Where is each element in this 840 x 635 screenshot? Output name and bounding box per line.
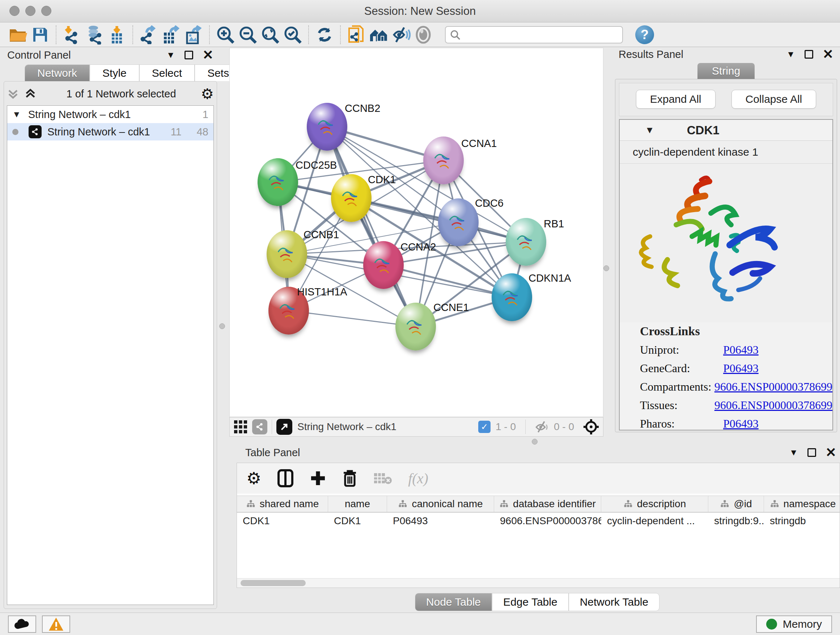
network-node-CCNA1[interactable] bbox=[423, 136, 464, 184]
column-header-name[interactable]: name bbox=[328, 496, 387, 512]
tab-network-table[interactable]: Network Table bbox=[569, 593, 660, 611]
memory-button[interactable]: Memory bbox=[756, 616, 832, 633]
export-table-button[interactable] bbox=[160, 25, 182, 45]
crosslink-link[interactable]: 9606.ENSP00000378699 bbox=[714, 380, 832, 394]
table-row[interactable]: CDK1CDK1P064939606.ENSP00000378699cyclin… bbox=[237, 513, 840, 529]
collapse-all-networks-icon[interactable] bbox=[24, 88, 36, 100]
maximize-panel-icon[interactable] bbox=[807, 448, 816, 457]
network-options-gear-icon[interactable]: ⚙ bbox=[201, 87, 214, 101]
network-node-CCNB2[interactable] bbox=[307, 103, 347, 150]
table-cell[interactable]: stringdb:9... bbox=[708, 513, 764, 529]
left-splitter-handle[interactable] bbox=[219, 323, 225, 329]
close-panel-icon[interactable]: ✕ bbox=[823, 50, 834, 59]
gene-collapse-icon[interactable]: ▼ bbox=[645, 125, 654, 136]
save-icon bbox=[32, 27, 49, 43]
share-document-button[interactable] bbox=[345, 25, 368, 45]
close-panel-icon[interactable]: ✕ bbox=[202, 51, 213, 59]
close-panel-icon[interactable]: ✕ bbox=[826, 448, 836, 457]
export-image-button[interactable] bbox=[182, 25, 205, 45]
zoom-out-button[interactable] bbox=[237, 25, 259, 45]
bottom-splitter-handle[interactable] bbox=[532, 439, 538, 445]
delete-column-trash-icon[interactable] bbox=[342, 469, 357, 487]
expand-all-button[interactable]: Expand All bbox=[636, 90, 715, 109]
tab-style[interactable]: Style bbox=[90, 65, 139, 81]
column-header--id[interactable]: @id bbox=[708, 496, 764, 512]
cloud-icon bbox=[14, 618, 30, 630]
node-table-grid: shared namenamecanonical namedatabase id… bbox=[237, 496, 840, 587]
network-node-CCNA2[interactable] bbox=[363, 241, 404, 289]
network-node-CDK1[interactable] bbox=[331, 174, 371, 222]
collection-expand-icon[interactable]: ▼ bbox=[12, 109, 21, 119]
crosslink-link[interactable]: 9606.ENSP00000378699 bbox=[714, 399, 832, 412]
create-column-plus-icon[interactable] bbox=[309, 470, 326, 486]
cloud-status-button[interactable] bbox=[8, 616, 36, 633]
refresh-button[interactable] bbox=[313, 25, 336, 45]
network-view-canvas[interactable]: CCNB2CCNA1CDC25BCDK1CDC6RB1CCNB1CCNA2CDK… bbox=[229, 48, 603, 417]
network-node-CCNE1[interactable] bbox=[395, 302, 436, 350]
table-options-gear-icon[interactable]: ⚙ bbox=[246, 471, 261, 486]
search-input[interactable] bbox=[445, 26, 623, 43]
tab-select[interactable]: Select bbox=[139, 65, 195, 81]
column-header-shared-name[interactable]: shared name bbox=[237, 496, 328, 512]
render-detail-button[interactable] bbox=[412, 25, 435, 45]
crosslink-link[interactable]: P06493 bbox=[723, 343, 759, 356]
expand-all-networks-icon[interactable] bbox=[7, 88, 19, 100]
table-horizontal-scrollbar[interactable] bbox=[237, 578, 840, 587]
tab-edge-table[interactable]: Edge Table bbox=[492, 593, 569, 611]
close-window-button[interactable] bbox=[9, 6, 19, 16]
column-header-canonical-name[interactable]: canonical name bbox=[387, 496, 494, 512]
network-node-CDC25B[interactable] bbox=[257, 158, 298, 206]
hide-glass-button[interactable] bbox=[390, 25, 412, 45]
import-network-from-database-button[interactable] bbox=[83, 25, 106, 45]
import-table-button[interactable] bbox=[106, 25, 128, 45]
table-cell[interactable]: stringdb bbox=[764, 513, 840, 529]
zoom-selected-button[interactable] bbox=[281, 25, 304, 45]
grid-view-icon[interactable] bbox=[233, 420, 248, 434]
help-button[interactable]: ? bbox=[635, 25, 654, 44]
selected-checkbox-icon[interactable]: ✓ bbox=[478, 421, 491, 433]
string-home-button[interactable] bbox=[368, 25, 390, 45]
network-row[interactable]: String Network – cdk1 11 48 bbox=[7, 123, 213, 141]
zoom-in-button[interactable] bbox=[214, 25, 237, 45]
right-splitter-handle[interactable] bbox=[603, 265, 609, 271]
tab-string[interactable]: String bbox=[698, 63, 755, 79]
save-session-button[interactable] bbox=[29, 25, 51, 45]
zoom-window-button[interactable] bbox=[41, 6, 51, 16]
table-cell[interactable]: CDK1 bbox=[237, 513, 328, 529]
table-cell[interactable]: CDK1 bbox=[328, 513, 387, 529]
zoom-fit-button[interactable] bbox=[259, 25, 281, 45]
column-header-database-identifier[interactable]: database identifier bbox=[494, 496, 601, 512]
minimize-window-button[interactable] bbox=[25, 6, 35, 16]
column-header-namespace[interactable]: namespace bbox=[764, 496, 840, 512]
network-tree: ▼ String Network – cdk1 1 String Networ bbox=[7, 105, 214, 605]
float-panel-icon[interactable]: ▼ bbox=[166, 50, 175, 60]
float-panel-icon[interactable]: ▼ bbox=[786, 49, 795, 59]
string-view-icon[interactable] bbox=[252, 419, 267, 434]
maximize-panel-icon[interactable] bbox=[805, 50, 813, 59]
open-session-button[interactable] bbox=[6, 25, 29, 45]
tab-node-table[interactable]: Node Table bbox=[415, 593, 492, 611]
table-cell[interactable]: P06493 bbox=[387, 513, 494, 529]
network-node-CCNB1[interactable] bbox=[267, 230, 307, 278]
import-network-button[interactable] bbox=[61, 25, 83, 45]
show-columns-icon[interactable] bbox=[277, 469, 294, 488]
network-collection-row[interactable]: ▼ String Network – cdk1 1 bbox=[7, 106, 213, 123]
export-network-button[interactable] bbox=[137, 25, 160, 45]
table-cell[interactable]: 9606.ENSP00000378699 bbox=[494, 513, 601, 529]
maximize-panel-icon[interactable] bbox=[185, 51, 193, 59]
network-node-CDKN1A[interactable] bbox=[492, 273, 532, 321]
float-panel-icon[interactable]: ▼ bbox=[789, 448, 798, 458]
scrollbar-thumb[interactable] bbox=[240, 580, 306, 586]
crosslink-link[interactable]: P06493 bbox=[723, 417, 759, 431]
tab-network[interactable]: Network bbox=[25, 65, 90, 81]
table-cell[interactable]: cyclin-dependent ... bbox=[601, 513, 708, 529]
crosslink-link[interactable]: P06493 bbox=[723, 362, 759, 375]
column-header-description[interactable]: description bbox=[601, 496, 708, 512]
warnings-button[interactable] bbox=[42, 616, 70, 633]
export-image-icon bbox=[184, 25, 203, 44]
collapse-all-button[interactable]: Collapse All bbox=[731, 90, 816, 109]
network-node-RB1[interactable] bbox=[506, 218, 546, 266]
network-node-CDC6[interactable] bbox=[438, 198, 478, 246]
fit-content-crosshair-icon[interactable] bbox=[583, 418, 600, 435]
birds-eye-view-icon[interactable] bbox=[276, 419, 292, 435]
